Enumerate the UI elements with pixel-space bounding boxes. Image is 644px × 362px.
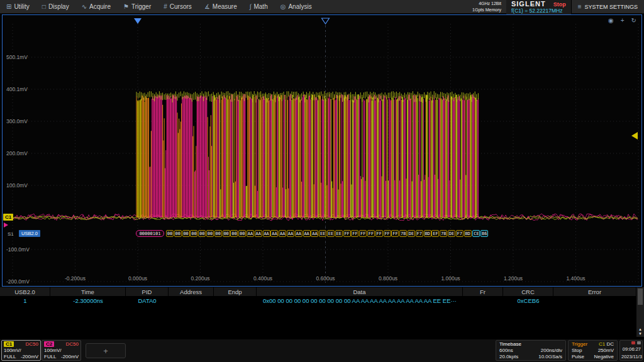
channel-scale: 100mV/ xyxy=(4,348,21,353)
decode-bus-label: S1 xyxy=(8,231,14,237)
measurement-readout: f(C1) = 52.22217MHz xyxy=(511,8,566,14)
table-data-cell: DATA0 xyxy=(126,296,169,305)
channel-offset: -200mV xyxy=(61,354,79,359)
menu-item-analysis[interactable]: ◎Analysis xyxy=(274,0,318,13)
table-header-cell: Error xyxy=(553,287,636,296)
status-bar: C1DC50100mV/FULL-200mVC2DC50100mV/FULL-2… xyxy=(0,339,644,362)
decode-byte-box: AA xyxy=(303,230,311,237)
h-axis-label: 0.800us xyxy=(369,275,407,282)
table-header-cell: PID xyxy=(126,287,169,296)
v-axis-label: 100.0mV xyxy=(6,182,28,189)
timebase-scale: 200ns/div xyxy=(541,348,562,353)
trigger-level: 250mV xyxy=(598,348,614,353)
channel-coupling: DC50 xyxy=(66,341,79,347)
decode-table-header: USB2.0TimePIDAddressEndpDataFrCRCError xyxy=(0,287,636,296)
status-led-icon xyxy=(631,341,635,344)
trigger-type: Pulse xyxy=(572,354,584,359)
table-data-cell: 0x00 00 00 00 00 00 00 00 00 00 AA AA AA… xyxy=(257,296,463,305)
decode-table-row[interactable]: 1-2.30000nsDATA00x00 00 00 00 00 00 00 0… xyxy=(0,296,636,305)
decode-byte-box: 7B xyxy=(399,230,407,237)
v-axis-label: -100.0mV xyxy=(6,246,30,253)
decode-byte-box: FF xyxy=(384,230,391,237)
trigger-mode: Stop xyxy=(572,348,582,353)
acquire-icon: ∿ xyxy=(82,3,87,10)
decode-byte-box: FF xyxy=(343,230,351,237)
menu-item-utility[interactable]: ⊞Utility xyxy=(0,0,36,13)
decode-sync-box: 00000101 xyxy=(136,230,164,237)
crosshair-icon[interactable]: + xyxy=(621,17,625,24)
decode-table[interactable]: USB2.0TimePIDAddressEndpDataFrCRCError 1… xyxy=(0,287,636,337)
menu-item-label: Utility xyxy=(14,3,29,10)
timebase-delay: 600ns xyxy=(499,348,513,353)
cursors-icon: # xyxy=(164,3,167,10)
decode-crc-box: B6 xyxy=(480,230,488,237)
timebase-rate: 10.0GSa/s xyxy=(538,354,562,359)
decode-byte-box: 00 xyxy=(230,230,238,237)
menu-item-display[interactable]: □Display xyxy=(36,0,75,13)
h-axis-label: 0.000us xyxy=(119,275,157,282)
table-header-cell: USB2.0 xyxy=(0,287,50,296)
trigger-level-marker[interactable] xyxy=(631,132,638,140)
decode-byte-box: AA xyxy=(247,230,254,237)
table-data-cell: 0xCEB6 xyxy=(503,296,553,305)
decode-byte-box: AA xyxy=(311,230,318,237)
timebase-panel[interactable]: Timebase 600ns 200ns/div 20.0kpts 10.0GS… xyxy=(496,340,566,361)
trigger-source-coupling: DC xyxy=(606,341,614,347)
refresh-icon[interactable]: ↻ xyxy=(631,17,636,24)
trigger-panel[interactable]: Trigger C1 DC Stop 250mV Pulse Negative xyxy=(568,340,618,361)
table-header-cell: Time xyxy=(50,287,126,296)
decode-byte-box: 00 xyxy=(190,230,197,237)
menu-item-trigger[interactable]: ⚑Trigger xyxy=(117,0,157,13)
channel-offset: -200mV xyxy=(21,354,38,359)
menu-item-acquire[interactable]: ∿Acquire xyxy=(75,0,117,13)
decode-byte-box: AA xyxy=(270,230,278,237)
decode-byte-box: F7 xyxy=(416,230,423,237)
table-scrollbar[interactable]: ▲ ▼ xyxy=(636,287,644,337)
camera-icon[interactable]: ◉ xyxy=(608,17,614,24)
decode-byte-box: BD xyxy=(464,230,472,237)
decode-byte-box: DE xyxy=(408,230,415,237)
table-data-cell xyxy=(169,296,214,305)
decode-byte-box: 7B xyxy=(440,230,447,237)
c2-level-marker[interactable] xyxy=(4,222,8,228)
measure-icon: ∡ xyxy=(204,3,210,10)
table-header-cell: Fr xyxy=(463,287,503,296)
decode-bus-type-badge[interactable]: USB2.0 xyxy=(19,230,40,237)
scroll-up-icon[interactable]: ▲ xyxy=(636,327,644,332)
datetime-panel[interactable]: 09:06:27 2023/11/3 xyxy=(619,340,643,361)
delay-reference-marker[interactable] xyxy=(322,18,330,24)
channel-box-c2[interactable]: C2DC50100mV/FULL-200mV xyxy=(42,340,81,361)
acquisition-status: Stop xyxy=(553,1,566,8)
decode-byte-box: F7 xyxy=(456,230,464,237)
menu-item-measure[interactable]: ∡Measure xyxy=(198,0,243,13)
waveform-display[interactable]: ◉ + ↻ C1 S1 USB2.0 500.1mV400.1mV300.0mV… xyxy=(2,14,642,287)
h-axis-label: 0.200us xyxy=(182,275,219,282)
system-settings-label: SYSTEM SETTINGS xyxy=(584,4,638,10)
decode-byte-box: 00 xyxy=(166,230,174,237)
v-axis-label: -200.0mV xyxy=(6,278,30,285)
trigger-icon: ⚑ xyxy=(123,3,129,10)
menu-right: 4GHz 12Bit 1Gpts Memory SIGLENT Stop f(C… xyxy=(472,0,644,13)
add-channel-button[interactable]: + xyxy=(86,343,126,358)
decode-byte-box: 00 xyxy=(214,230,222,237)
menu-item-math[interactable]: ∫Math xyxy=(243,0,274,13)
h-axis-label: 1.200us xyxy=(494,275,532,282)
system-settings-button[interactable]: ≡ SYSTEM SETTINGS xyxy=(571,0,644,13)
menu-item-label: Trigger xyxy=(131,3,151,10)
decode-byte-box: EF xyxy=(431,230,439,237)
scroll-down-icon[interactable]: ▼ xyxy=(636,332,644,336)
table-data-cell xyxy=(553,296,636,305)
c1-level-badge[interactable]: C1 xyxy=(3,214,13,221)
scrollbar-thumb[interactable] xyxy=(638,288,643,305)
v-axis-label: 200.0mV xyxy=(6,150,28,156)
trigger-position-marker[interactable] xyxy=(134,18,142,24)
trigger-title: Trigger xyxy=(572,341,587,347)
channel-box-c1[interactable]: C1DC50100mV/FULL-200mV xyxy=(1,340,41,361)
decode-byte-box: AA xyxy=(287,230,294,237)
brand-block: SIGLENT Stop f(C1) = 52.22217MHz xyxy=(506,0,571,14)
decode-byte-box: BD xyxy=(424,230,431,237)
table-header-cell: Address xyxy=(169,287,214,296)
decode-byte-box: 00 xyxy=(198,230,206,237)
channel-coupling: DC50 xyxy=(26,341,38,347)
menu-item-cursors[interactable]: #Cursors xyxy=(157,0,198,13)
